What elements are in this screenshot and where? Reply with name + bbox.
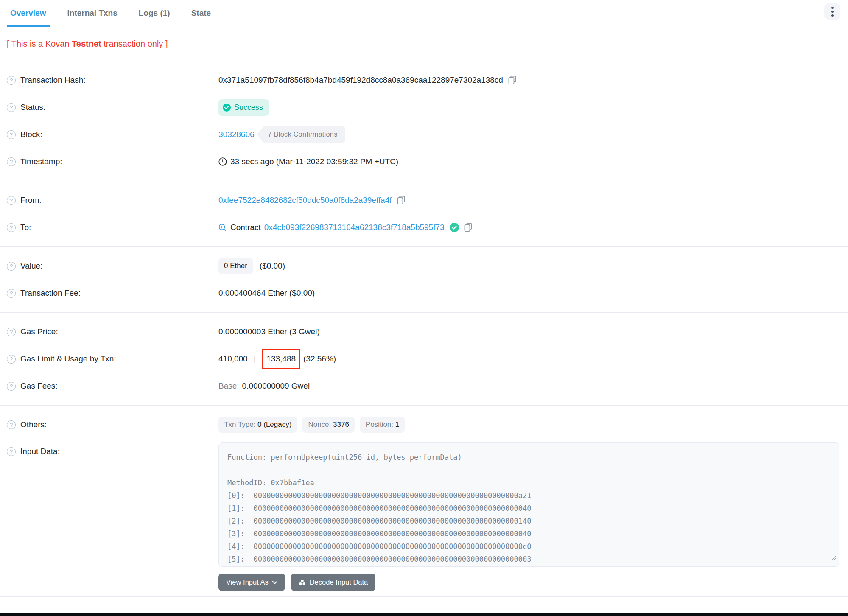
timestamp-label: Timestamp: (20, 157, 62, 166)
section-value: ? Value: 0 Ether ($0.00) ? Transaction F… (0, 247, 848, 313)
clock-icon (218, 157, 227, 166)
help-icon[interactable]: ? (7, 447, 16, 456)
gas-limit-value: 410,000 (218, 354, 248, 364)
help-icon[interactable]: ? (7, 355, 16, 364)
from-address-link[interactable]: 0xfee7522e8482682cf50ddc50a0f8da2a39effa… (218, 196, 392, 205)
to-label: To: (20, 223, 31, 232)
notice-bold: Testnet (72, 39, 101, 48)
section-gas: ? Gas Price: 0.000000003 Ether (3 Gwei) … (0, 313, 848, 406)
testnet-notice: [ This is a Kovan Testnet transaction on… (0, 26, 848, 61)
help-icon[interactable]: ? (7, 196, 16, 205)
decode-icon (299, 579, 306, 586)
value-badge: 0 Ether (218, 258, 253, 274)
row-transaction-hash: ? Transaction Hash: 0x371a51097fb78df856… (0, 67, 848, 94)
others-label: Others: (20, 420, 47, 429)
position-badge: Position: 1 (360, 417, 405, 433)
gas-price-value: 0.000000003 Ether (3 Gwei) (218, 327, 320, 336)
row-gas-limit-usage: ? Gas Limit & Usage by Txn: 410,000 | 13… (0, 345, 848, 372)
to-address-link[interactable]: 0x4cb093f226983713164a62138c3f718a5b595f… (264, 223, 445, 232)
status-badge: Success (218, 99, 269, 116)
row-from: ? From: 0xfee7522e8482682cf50ddc50a0f8da… (0, 187, 848, 214)
row-timestamp: ? Timestamp: 33 secs ago (Mar-11-2022 03… (0, 148, 848, 175)
help-icon[interactable]: ? (7, 157, 16, 166)
timestamp-value: 33 secs ago (Mar-11-2022 03:59:32 PM +UT… (230, 157, 398, 166)
verified-check-icon (450, 223, 459, 232)
section-overview-top: ? Transaction Hash: 0x371a51097fb78df856… (0, 61, 848, 181)
help-icon[interactable]: ? (7, 76, 16, 85)
gas-fees-base-value: 0.000000009 Gwei (242, 381, 310, 391)
to-contract-word: Contract (230, 223, 261, 232)
help-icon[interactable]: ? (7, 328, 16, 336)
kebab-menu-button[interactable] (824, 3, 840, 20)
input-param-0: [0]: 00000000000000000000000000000000000… (227, 491, 531, 500)
notice-prefix: [ This is a Kovan (7, 39, 72, 48)
transaction-page: Overview Internal Txns Logs (1) State [ … (0, 0, 848, 616)
help-icon[interactable]: ? (7, 289, 16, 298)
nonce-value: 3376 (333, 420, 349, 428)
section-others-input: ? Others: Txn Type: 0 (Legacy) Nonce: 33… (0, 406, 848, 597)
input-data-textarea[interactable]: Function: performUpkeep(uint256 id, byte… (218, 442, 839, 567)
row-input-data: ? Input Data: Function: performUpkeep(ui… (0, 442, 848, 591)
transaction-fee-label: Transaction Fee: (20, 288, 81, 298)
status-label: Status: (20, 103, 45, 112)
position-value: 1 (395, 420, 399, 428)
status-value: Success (234, 103, 263, 112)
nonce-key: Nonce: (308, 420, 331, 428)
help-icon[interactable]: ? (7, 382, 16, 391)
block-confirmations-badge: 7 Block Confirmations (257, 126, 345, 143)
txn-type-key: Txn Type: (224, 420, 255, 428)
row-gas-fees: ? Gas Fees: Base: 0.000000009 Gwei (0, 372, 848, 400)
copy-icon[interactable] (464, 223, 473, 232)
transaction-hash-label: Transaction Hash: (20, 76, 85, 85)
decode-input-data-button[interactable]: Decode Input Data (291, 574, 376, 591)
from-label: From: (20, 196, 42, 205)
copy-icon[interactable] (508, 76, 517, 85)
row-transaction-fee: ? Transaction Fee: 0.000400464 Ether ($0… (0, 280, 848, 307)
kebab-menu-icon (831, 7, 834, 17)
section-addresses: ? From: 0xfee7522e8482682cf50ddc50a0f8da… (0, 181, 848, 247)
row-block: ? Block: 30328606 7 Block Confirmations (0, 121, 848, 148)
row-to: ? To: Contract 0x4cb093f226983713164a621… (0, 214, 848, 241)
help-icon[interactable]: ? (7, 130, 16, 139)
row-others: ? Others: Txn Type: 0 (Legacy) Nonce: 33… (0, 411, 848, 438)
txn-type-value: 0 (Legacy) (257, 420, 291, 428)
window-bottom-edge (0, 613, 848, 616)
resize-handle-icon[interactable] (831, 552, 837, 564)
gas-separator: | (254, 355, 256, 364)
zoom-in-icon[interactable] (218, 224, 227, 232)
tab-bar: Overview Internal Txns Logs (1) State (0, 0, 848, 26)
transaction-fee-value: 0.000400464 Ether ($0.00) (218, 288, 315, 298)
input-param-5: [5]: 00000000000000000000000000000000000… (227, 555, 531, 563)
help-icon[interactable]: ? (7, 262, 16, 271)
gas-fees-label: Gas Fees: (20, 381, 58, 391)
help-icon[interactable]: ? (7, 420, 16, 429)
position-key: Position: (366, 420, 393, 428)
notice-suffix: transaction only ] (101, 39, 168, 48)
chevron-down-icon (272, 581, 277, 584)
input-param-1: [1]: 00000000000000000000000000000000000… (227, 504, 531, 512)
tab-internal-txns[interactable]: Internal Txns (64, 8, 121, 27)
row-value: ? Value: 0 Ether ($0.00) (0, 252, 848, 280)
tab-state[interactable]: State (188, 8, 214, 27)
tab-overview[interactable]: Overview (7, 8, 50, 27)
value-usd: ($0.00) (260, 261, 285, 271)
gas-fees-base-label: Base: (218, 381, 239, 391)
view-input-as-button[interactable]: View Input As (218, 574, 285, 591)
help-icon[interactable]: ? (7, 103, 16, 112)
block-label: Block: (20, 130, 42, 139)
input-param-2: [2]: 00000000000000000000000000000000000… (227, 517, 531, 525)
gas-used-value: 133,488 (266, 354, 296, 363)
annotation-highlight-box: 133,488 (262, 349, 300, 369)
transaction-hash-value: 0x371a51097fb78df856f8b4a7bd459f192d8cc8… (218, 76, 503, 85)
check-circle-icon (223, 104, 231, 112)
row-status: ? Status: Success (0, 94, 848, 121)
copy-icon[interactable] (397, 196, 406, 205)
help-icon[interactable]: ? (7, 223, 16, 232)
row-gas-price: ? Gas Price: 0.000000003 Ether (3 Gwei) (0, 318, 848, 345)
tab-logs[interactable]: Logs (1) (135, 8, 174, 27)
gas-used-percent: (32.56%) (303, 354, 336, 364)
gas-limit-usage-label: Gas Limit & Usage by Txn: (20, 354, 116, 364)
nonce-badge: Nonce: 3376 (302, 417, 354, 433)
value-label: Value: (20, 261, 42, 271)
block-number-link[interactable]: 30328606 (218, 130, 255, 139)
